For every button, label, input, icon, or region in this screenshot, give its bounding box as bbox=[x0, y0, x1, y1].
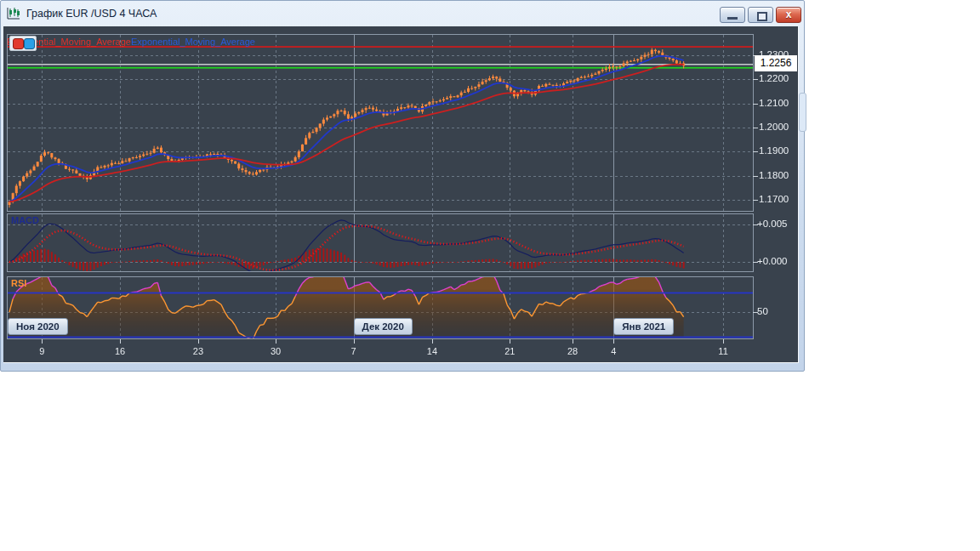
price-axis-label: 1.1900 bbox=[759, 145, 789, 156]
red-swatch-button[interactable] bbox=[13, 38, 24, 49]
minimize-icon bbox=[727, 17, 738, 20]
current-price-box: 1.2256 bbox=[755, 55, 797, 71]
chart-client-area: Exponential_Moving_Average Exponential_M… bbox=[3, 26, 799, 363]
month-button[interactable]: Ноя 2020 bbox=[8, 318, 68, 335]
time-axis-tick-label: 4 bbox=[603, 346, 624, 356]
price-axis-label: 1.1800 bbox=[759, 170, 789, 180]
price-axis-label: 1.2000 bbox=[759, 122, 789, 132]
close-button[interactable]: x bbox=[776, 7, 801, 23]
time-axis-tick-label: 21 bbox=[499, 346, 520, 356]
rsi-axis-label-50: 50 bbox=[757, 306, 768, 316]
time-axis-tick-label: 16 bbox=[110, 346, 130, 356]
price-axis-label: 1.1700 bbox=[759, 194, 789, 204]
time-axis-tick-label: 30 bbox=[265, 346, 286, 356]
title-bar[interactable]: График EUR /USD 4 ЧАСА x bbox=[1, 1, 804, 26]
time-axis-tick-label: 11 bbox=[713, 346, 733, 356]
rsi-panel-label: RSI bbox=[11, 278, 26, 288]
time-axis-tick-label: 23 bbox=[188, 346, 208, 356]
time-axis-tick-label: 7 bbox=[344, 346, 364, 356]
close-icon: x bbox=[777, 9, 801, 20]
macd-axis-label-zero: +0.000 bbox=[757, 256, 788, 266]
price-axis-label: 1.2200 bbox=[759, 73, 789, 83]
chart-canvas[interactable] bbox=[3, 26, 798, 362]
time-axis-tick-label: 14 bbox=[422, 346, 442, 356]
legend-ema-blue[interactable]: Exponential_Moving_Average bbox=[131, 37, 255, 47]
legend-swatch-box bbox=[9, 36, 37, 51]
month-button[interactable]: Дек 2020 bbox=[354, 318, 413, 335]
macd-panel-label: MACD bbox=[11, 215, 39, 225]
macd-axis-label-high: +0.005 bbox=[757, 219, 788, 229]
window-title: График EUR /USD 4 ЧАСА bbox=[26, 1, 157, 26]
month-button[interactable]: Янв 2021 bbox=[613, 318, 674, 335]
vertical-scrollbar-thumb[interactable] bbox=[799, 93, 806, 132]
chart-window: График EUR /USD 4 ЧАСА x Exponential_Mov… bbox=[0, 0, 805, 372]
time-axis-tick-label: 9 bbox=[31, 346, 52, 356]
price-axis-label: 1.2100 bbox=[759, 98, 789, 108]
blue-swatch-button[interactable] bbox=[24, 38, 35, 49]
minimize-button[interactable] bbox=[720, 7, 745, 23]
time-axis-tick-label: 28 bbox=[562, 346, 583, 356]
candlestick-chart-icon bbox=[6, 6, 21, 21]
maximize-button[interactable] bbox=[748, 7, 773, 23]
restore-icon bbox=[757, 12, 767, 21]
